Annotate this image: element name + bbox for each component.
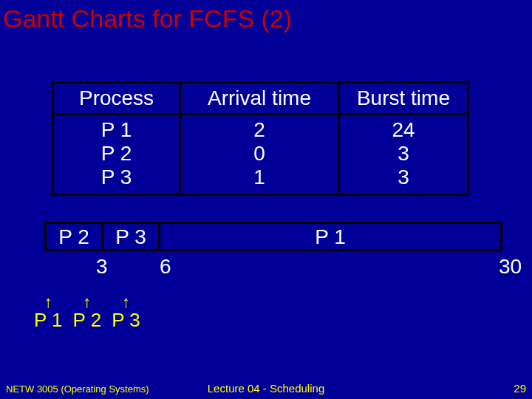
cell-arrival: 0 xyxy=(181,142,338,166)
cell-burst: 3 xyxy=(340,166,467,189)
arrival-label: P 3 xyxy=(112,309,140,331)
arrival-marker-p3: ↑ P 3 xyxy=(112,296,140,332)
arrival-markers: ↑ P 1 ↑ P 2 ↑ P 3 xyxy=(34,296,140,332)
cell-burst: 24 xyxy=(340,118,467,142)
slide-title: Gantt Charts for FCFS (2) xyxy=(0,0,532,33)
footer-page-number: 29 xyxy=(514,382,526,395)
gantt-cell-p1: P 1 xyxy=(160,224,500,249)
cell-process: P 1 xyxy=(54,118,179,142)
gantt-cell-p2: P 2 xyxy=(47,224,103,249)
header-arrival: Arrival time xyxy=(181,86,338,115)
arrow-up-icon: ↑ xyxy=(73,296,102,309)
cell-process: P 2 xyxy=(54,142,179,166)
cell-arrival: 2 xyxy=(181,118,338,142)
cell-burst: 3 xyxy=(340,142,467,166)
arrival-label: P 1 xyxy=(34,309,63,331)
gantt-tick: 30 xyxy=(499,255,522,279)
header-burst: Burst time xyxy=(340,86,467,115)
header-process: Process xyxy=(54,86,179,115)
burst-column: Burst time 24 3 3 xyxy=(340,83,467,194)
gantt-tick: 6 xyxy=(160,255,171,279)
arrival-label: P 2 xyxy=(73,309,102,331)
footer-lecture: Lecture 04 - Scheduling xyxy=(0,382,532,395)
gantt-cell-p3: P 3 xyxy=(103,224,160,249)
cell-arrival: 1 xyxy=(181,166,338,189)
arrow-up-icon: ↑ xyxy=(34,296,63,309)
cell-process: P 3 xyxy=(54,166,179,189)
gantt-tick: 3 xyxy=(96,255,108,279)
arrival-column: Arrival time 2 0 1 xyxy=(181,83,340,194)
gantt-bar: P 2 P 3 P 1 xyxy=(44,222,502,251)
arrival-marker-p2: ↑ P 2 xyxy=(73,296,102,332)
arrival-marker-p1: ↑ P 1 xyxy=(34,296,63,332)
process-column: Process P 1 P 2 P 3 xyxy=(54,83,181,194)
arrow-up-icon: ↑ xyxy=(112,296,140,309)
process-table: Process P 1 P 2 P 3 Arrival time 2 0 1 B… xyxy=(52,81,469,196)
